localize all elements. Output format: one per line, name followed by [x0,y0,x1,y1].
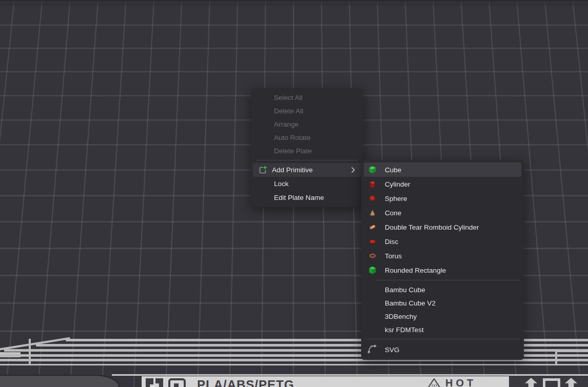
rounded-rectangle-icon [367,266,378,274]
submenu-item-label: Disc [385,238,398,246]
up-arrow-icon [523,378,539,387]
submenu-item-3dbenchy[interactable]: 3DBenchy [361,310,524,323]
submenu-item-label: Sphere [385,195,407,202]
hot-surface-warning-icon [427,378,441,387]
qr-code-icon [168,378,186,387]
submenu-item-label: Bambu Cube [385,286,425,294]
submenu-item-label: Rounded Rectangle [385,267,446,274]
bambu-logo-icon [146,378,153,387]
add-primitive-icon [253,166,272,175]
submenu-item-label: Bambu Cube V2 [385,299,436,307]
menu-item-label: Delete All [274,107,303,115]
plate-label-bar: PLA/ABS/PETG HOT [142,376,509,387]
submenu-item-cube[interactable]: Cube [364,162,521,177]
submenu-item-double-tear-romboid-cylinder[interactable]: Double Tear Romboid Cylinder [361,220,524,234]
menu-item-label: Arrange [274,120,299,128]
menu-item-auto-rotate: Auto Rotate [251,131,363,144]
plate-stripe [0,364,588,365]
cube-icon [367,166,378,174]
disc-icon [367,237,378,246]
submenu-item-bambu-cube-v2[interactable]: Bambu Cube V2 [361,296,524,310]
plate-hot-label: HOT [445,377,476,387]
submenu-item-label: 3DBenchy [385,313,417,320]
menu-item-edit-plate-name[interactable]: Edit Plate Name [251,191,363,205]
submenu-item-bambu-cube[interactable]: Bambu Cube [361,283,524,296]
submenu-item-cylinder[interactable]: Cylinder [361,177,524,191]
romboid-cylinder-icon [367,223,378,231]
viewport-horizon-fade [0,0,588,7]
menu-item-arrange: Arrange [251,117,363,131]
bezier-curve-icon [366,343,379,356]
submenu-item-label: SVG [385,346,400,354]
menu-item-delete-all: Delete All [251,104,363,117]
submenu-item-label: Cube [385,166,401,174]
plate-bracket-top [555,350,588,352]
plate-front-top-line [112,374,588,376]
cone-icon [367,209,378,217]
plate-context-menu: Select All Delete All Arrange Auto Rotat… [251,88,363,207]
menu-item-label: Add Primitive [272,166,313,174]
submenu-item-rounded-rectangle[interactable]: Rounded Rectangle [361,263,524,277]
submenu-item-label: Cylinder [385,180,410,188]
slicer-3d-viewport: PLA/ABS/PETG HOT Select All Delete All A… [0,0,588,387]
submenu-item-label: ksr FDMTest [385,326,424,334]
submenu-item-label: Torus [385,252,402,260]
menu-item-select-all: Select All [251,91,363,104]
menu-item-add-primitive[interactable]: Add Primitive [253,163,361,177]
submenu-item-label: Cone [385,209,401,217]
torus-icon [367,252,378,260]
submenu-separator [376,280,520,280]
up-arrow-icon [563,378,579,387]
submenu-item-svg[interactable]: SVG [361,342,524,357]
sphere-icon [367,194,378,202]
menu-item-label: Delete Plate [274,147,312,155]
plate-handle-tab [0,375,120,387]
plate-bar-right [509,376,588,387]
submenu-item-cone[interactable]: Cone [361,206,524,220]
submenu-item-torus[interactable]: Torus [361,249,524,263]
plate-material-label: PLA/ABS/PETG [197,378,294,387]
submenu-item-label: Double Tear Romboid Cylinder [385,223,479,231]
submenu-item-sphere[interactable]: Sphere [361,191,524,206]
submenu-item-ksr-fdmtest[interactable]: ksr FDMTest [361,323,524,336]
menu-item-label: Lock [274,180,289,188]
submenu-arrow-icon [351,167,361,173]
menu-item-label: Edit Plate Name [274,194,324,201]
menu-item-label: Auto Rotate [274,134,310,141]
plate-bracket-side [555,350,557,365]
menu-item-lock[interactable]: Lock [251,177,363,191]
cylinder-icon [367,180,378,188]
submenu-item-disc[interactable]: Disc [361,234,524,249]
plate-edge-post [29,339,31,365]
submenu-separator [365,339,520,339]
square-outline-icon [543,378,560,387]
menu-item-label: Select All [274,94,303,101]
bambu-logo-icon [155,378,163,387]
add-primitive-submenu: Cube Cylinder Sphere [361,160,524,360]
menu-separator [256,160,358,160]
menu-item-delete-plate: Delete Plate [251,144,363,157]
